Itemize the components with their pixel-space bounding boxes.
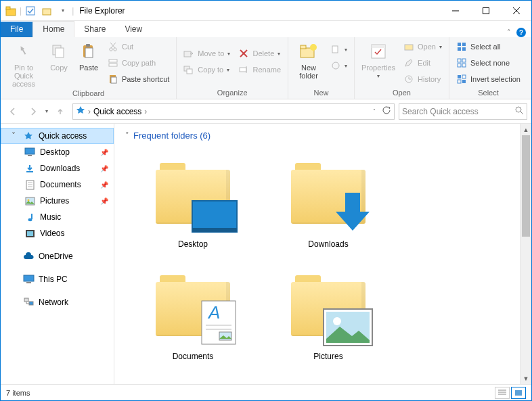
item-pictures[interactable]: Pictures — [274, 265, 382, 361]
breadcrumb-root[interactable]: Quick access — [93, 107, 141, 116]
select-all-button[interactable]: Select all — [453, 39, 523, 54]
new-folder-qat-icon[interactable] — [39, 3, 54, 18]
svg-rect-21 — [184, 51, 191, 57]
up-button[interactable] — [52, 103, 68, 120]
svg-point-13 — [110, 48, 112, 51]
easy-access-button[interactable]: ▾ — [328, 58, 350, 73]
address-dropdown-icon[interactable]: ˅ — [373, 108, 376, 114]
select-all-icon — [456, 41, 467, 52]
chevron-right-icon[interactable]: › — [12, 298, 18, 307]
svg-rect-29 — [301, 45, 306, 49]
scroll-thumb[interactable] — [522, 135, 530, 237]
move-to-button[interactable]: Move to ▾ — [181, 46, 233, 61]
scroll-down-icon[interactable]: ▼ — [520, 373, 531, 384]
paste-button[interactable]: Paste — [75, 39, 102, 72]
tab-file[interactable]: File — [1, 22, 32, 37]
nav-this-pc[interactable]: ›This PC — [1, 271, 114, 287]
svg-rect-41 — [458, 59, 461, 62]
svg-rect-1 — [6, 7, 10, 9]
nav-videos[interactable]: Videos — [1, 225, 114, 241]
ribbon: Pin to Quick access Copy Paste Cut Copy … — [1, 37, 531, 99]
select-none-button[interactable]: Select none — [453, 55, 523, 70]
copy-path-icon — [108, 57, 118, 68]
paste-icon — [78, 41, 99, 62]
recent-locations-icon[interactable]: ▾ — [45, 108, 48, 114]
help-icon[interactable]: ? — [516, 28, 526, 37]
nav-onedrive[interactable]: ›OneDrive — [1, 248, 114, 264]
svg-rect-62 — [27, 231, 33, 236]
chevron-right-icon[interactable]: › — [12, 275, 18, 284]
nav-downloads[interactable]: Downloads📌 — [1, 160, 114, 176]
chevron-right-icon[interactable]: › — [12, 252, 18, 261]
group-open: Properties ▾ Open ▾ Edit History Open — [355, 37, 449, 99]
delete-button[interactable]: Delete ▾ — [236, 46, 284, 61]
svg-rect-45 — [458, 75, 461, 78]
copy-to-button[interactable]: Copy to ▾ — [181, 62, 233, 77]
nav-music[interactable]: Music — [1, 209, 114, 225]
chevron-down-icon[interactable]: ˅ — [125, 131, 129, 140]
chevron-down-icon[interactable]: ˅ — [12, 131, 18, 141]
copy-path-button[interactable]: Copy path — [105, 55, 172, 70]
vertical-scrollbar[interactable]: ▲ ▼ — [520, 124, 531, 384]
nav-desktop[interactable]: Desktop📌 — [1, 144, 114, 160]
properties-button[interactable]: Properties ▾ — [359, 39, 398, 79]
cut-button[interactable]: Cut — [105, 39, 172, 54]
copy-icon — [48, 41, 70, 62]
new-folder-button[interactable]: New folder — [292, 39, 325, 80]
tab-share[interactable]: Share — [74, 22, 115, 37]
item-music[interactable]: Music — [139, 377, 247, 384]
star-icon — [22, 130, 35, 142]
downloads-icon — [24, 162, 36, 174]
svg-rect-68 — [192, 228, 237, 232]
refresh-icon[interactable] — [382, 106, 391, 117]
history-button[interactable]: History — [401, 72, 445, 87]
nav-quick-access[interactable]: ˅Quick access — [1, 128, 114, 144]
svg-point-14 — [114, 48, 116, 51]
svg-point-49 — [516, 107, 521, 112]
tab-view[interactable]: View — [115, 22, 152, 37]
qat-separator: | — [20, 6, 22, 16]
tab-home[interactable]: Home — [32, 21, 74, 37]
maximize-button[interactable] — [470, 1, 501, 20]
item-videos[interactable]: Videos — [274, 377, 382, 384]
svg-rect-35 — [405, 45, 413, 50]
back-button[interactable] — [5, 103, 21, 120]
details-view-button[interactable] — [495, 387, 510, 399]
qat-dropdown-icon[interactable]: ▾ — [56, 3, 70, 18]
address-bar[interactable]: › Quick access › ˅ — [72, 103, 395, 120]
onedrive-icon — [22, 250, 35, 262]
rename-button[interactable]: Rename — [236, 62, 284, 77]
status-bar: 7 items — [1, 384, 531, 400]
properties-qat-icon[interactable] — [23, 3, 38, 18]
pin-to-quick-access-button[interactable]: Pin to Quick access — [5, 39, 43, 88]
svg-line-15 — [111, 43, 116, 48]
new-item-button[interactable]: ▾ — [328, 42, 350, 57]
item-desktop[interactable]: Desktop — [139, 153, 247, 249]
large-icons-view-button[interactable] — [511, 387, 526, 399]
invert-selection-button[interactable]: Invert selection — [453, 72, 523, 87]
scroll-up-icon[interactable]: ▲ — [520, 124, 531, 135]
nav-documents[interactable]: Documents📌 — [1, 176, 114, 193]
svg-rect-3 — [43, 9, 51, 15]
collapse-ribbon-icon[interactable]: ˄ — [507, 28, 511, 37]
forward-button[interactable] — [25, 103, 41, 120]
downloads-overlay-icon — [332, 190, 374, 237]
close-button[interactable] — [501, 1, 531, 20]
svg-rect-43 — [458, 64, 461, 67]
nav-pictures[interactable]: Pictures📌 — [1, 193, 114, 209]
nav-network[interactable]: ›Network — [1, 294, 114, 310]
copy-button[interactable]: Copy — [45, 39, 72, 72]
group-header[interactable]: ˅ Frequent folders (6) — [125, 131, 509, 141]
minimize-button[interactable] — [440, 1, 470, 20]
paste-shortcut-button[interactable]: Paste shortcut — [105, 72, 172, 87]
edit-button[interactable]: Edit — [401, 55, 445, 70]
paste-shortcut-icon — [108, 74, 118, 85]
item-downloads[interactable]: Downloads — [274, 153, 382, 249]
search-input[interactable]: Search Quick access — [399, 103, 527, 120]
item-documents[interactable]: A Documents — [139, 265, 247, 361]
svg-rect-26 — [240, 68, 246, 72]
group-organize: Move to ▾ Copy to ▾ Delete ▾ Rename Orga… — [177, 37, 288, 99]
svg-rect-73 — [219, 332, 231, 340]
svg-rect-9 — [56, 48, 64, 57]
open-button[interactable]: Open ▾ — [401, 39, 445, 54]
